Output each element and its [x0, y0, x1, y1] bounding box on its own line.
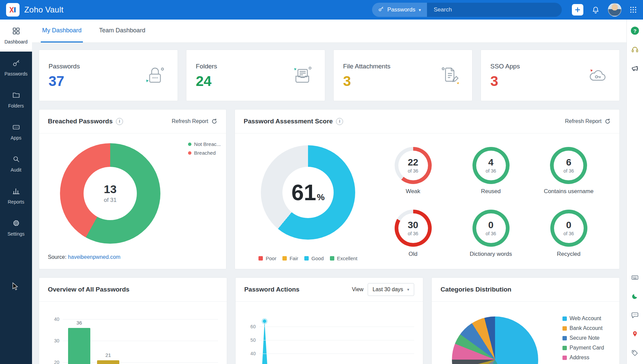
feedback-megaphone-icon[interactable] [631, 64, 639, 73]
stat-card-folders[interactable]: Folders 24 [186, 50, 325, 101]
card-body: 61 % Poor Fair Good Excellent [235, 133, 619, 269]
sidebar-item-folders[interactable]: Folders [0, 84, 32, 116]
stat-card-file-attachments[interactable]: File Attachments 3 [333, 50, 472, 101]
date-range-select[interactable]: Last 30 days ▾ [368, 283, 415, 296]
add-new-button[interactable] [572, 4, 583, 16]
sidebar-item-passwords[interactable]: Passwords [0, 52, 32, 84]
breached-passwords-card: Breached Passwords i Refresh Report [39, 109, 226, 269]
stat-cards-row: Passwords 37 *** [39, 50, 620, 101]
refresh-report-button[interactable]: Refresh Report [172, 118, 218, 124]
card-header: Categories Distribution [432, 278, 619, 302]
location-pin-icon[interactable] [631, 330, 639, 338]
categories-distribution-card: Categories Distribution Web Account Bank… [431, 277, 620, 364]
help-icon[interactable]: ? [631, 26, 639, 35]
chat-icon[interactable] [631, 311, 639, 320]
info-icon[interactable]: i [116, 118, 123, 125]
card-title: Categories Distribution [440, 286, 511, 293]
sidebar-item-label: Dashboard [4, 39, 28, 44]
zoho-vault-logo-icon[interactable] [6, 3, 20, 17]
sidebar-item-audit[interactable]: Audit [0, 148, 32, 180]
sidebar-item-dashboard[interactable]: Dashboard [0, 20, 32, 52]
ring-chart: 0of 36 [550, 210, 587, 247]
actions-area-svg [259, 310, 407, 364]
stat-label: SSO Apps [490, 63, 520, 70]
sidebar-item-label: Folders [8, 103, 24, 109]
donut-center: 13 of 31 [84, 167, 137, 220]
cloud-key-icon [584, 65, 610, 86]
dashboard-row-2: Breached Passwords i Refresh Report [39, 109, 620, 269]
assessment-ring-old: 30of 36 Old [395, 210, 432, 264]
legend-item: Secure Note [562, 335, 609, 341]
refresh-icon [211, 118, 217, 124]
sidebar-item-apps[interactable]: Apps [0, 116, 32, 148]
key-icon [12, 59, 20, 68]
dashboard-content: Passwords 37 *** [32, 43, 626, 364]
legend-item: Payment Card [562, 345, 609, 351]
support-headset-icon[interactable] [631, 45, 639, 54]
legend-item: Bank Account [562, 325, 609, 331]
stat-label: Passwords [49, 63, 80, 70]
document-pencil-icon [436, 65, 463, 86]
sidebar-item-reports[interactable]: Reports [0, 180, 32, 212]
dashboard-row-3: Overview of All Passwords 4030203621 Pas… [39, 277, 620, 364]
folder-icon [12, 91, 20, 100]
tag-icon[interactable] [631, 348, 639, 357]
topbar: Zoho Vault Passwords ▾ [0, 0, 643, 20]
ring-chart: 30of 36 [395, 210, 432, 247]
sidebar-item-label: Apps [11, 135, 22, 141]
sidebar-item-settings[interactable]: Settings [0, 212, 32, 244]
card-title: Password Assessment Score i [244, 118, 343, 125]
assessment-ring-reused: 4of 36 Reused [472, 147, 510, 201]
categories-pie [452, 316, 538, 364]
ring-chart: 22of 36 [395, 147, 432, 184]
right-utility-rail: ? [626, 20, 643, 364]
stat-label: Folders [196, 63, 217, 70]
stat-card-passwords[interactable]: Passwords 37 *** [39, 50, 178, 101]
key-icon [378, 6, 384, 13]
search-scope-dropdown[interactable]: Passwords ▾ [372, 3, 427, 17]
sidebar-item-label: Passwords [4, 71, 27, 77]
main-content: My Dashboard Team Dashboard Passwords 37 [32, 20, 626, 364]
password-actions-card: Password Actions View Last 30 days ▾ 605… [235, 277, 424, 364]
info-icon[interactable]: i [336, 118, 343, 125]
categories-legend: Web Account Bank Account Secure Note Pay… [562, 315, 609, 364]
search-input[interactable] [427, 3, 562, 17]
view-label: View [352, 286, 363, 293]
tab-my-dashboard[interactable]: My Dashboard [41, 20, 83, 42]
breached-legend: Not Breac... Breached [188, 141, 221, 156]
stat-card-sso-apps[interactable]: SSO Apps 3 [481, 50, 620, 101]
magnifier-icon [12, 155, 20, 164]
assessment-ring-contains-username: 6of 36 Contains username [544, 147, 593, 201]
dashboard-tabbar: My Dashboard Team Dashboard [32, 20, 626, 43]
haveibeenpwned-link[interactable]: haveibeenpwned.com [68, 254, 121, 260]
sidebar-item-label: Reports [8, 199, 24, 205]
zoho-vault-app: Zoho Vault Passwords ▾ [0, 0, 643, 364]
refresh-report-button[interactable]: Refresh Report [565, 118, 611, 124]
chevron-down-icon: ▾ [419, 7, 421, 12]
actions-chart: 605040 [244, 310, 415, 364]
legend-item: Fair [282, 255, 298, 261]
donut-center: 61 % [282, 167, 334, 218]
lock-icon: *** [142, 65, 168, 86]
tab-team-dashboard[interactable]: Team Dashboard [98, 20, 147, 42]
breached-donut: 13 of 31 [60, 143, 160, 244]
night-mode-moon-icon[interactable] [631, 292, 639, 301]
card-title: Breached Passwords i [48, 118, 123, 125]
assessment-legend: Poor Fair Good Excellent [251, 255, 365, 261]
stat-value: 3 [490, 74, 520, 88]
keyboard-icon[interactable] [631, 273, 639, 282]
card-title: Overview of All Passwords [48, 286, 129, 293]
card-header: Password Actions View Last 30 days ▾ [236, 278, 423, 302]
stat-label: File Attachments [343, 63, 390, 70]
app-title: Zoho Vault [24, 5, 63, 14]
legend-item: Breached [188, 150, 221, 156]
app-launcher-grid-icon[interactable] [630, 6, 637, 13]
chevron-down-icon: ▾ [407, 287, 409, 292]
sidebar-item-label: Audit [11, 167, 22, 173]
notifications-bell-icon[interactable] [591, 6, 600, 14]
view-range-control: View Last 30 days ▾ [352, 283, 414, 296]
global-search: Passwords ▾ [372, 3, 562, 17]
user-avatar[interactable] [608, 3, 621, 17]
refresh-icon [605, 118, 611, 124]
bar-chart-icon [12, 187, 20, 196]
